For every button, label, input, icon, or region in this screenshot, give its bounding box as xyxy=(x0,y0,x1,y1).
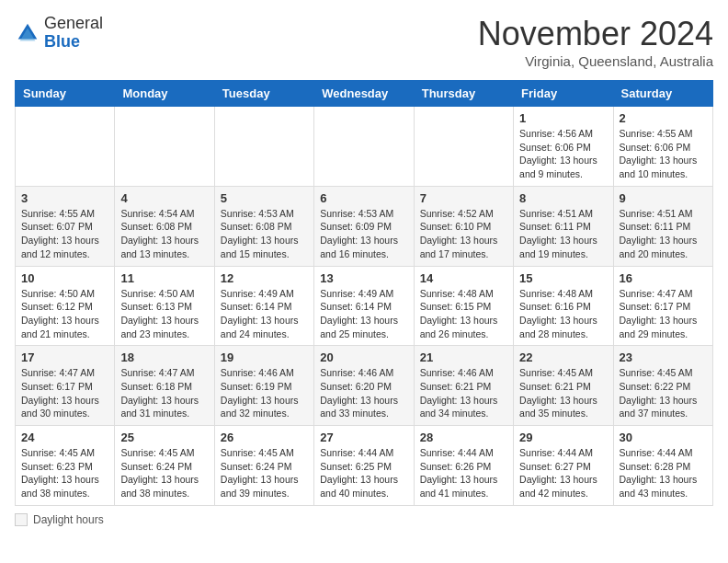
day-number: 28 xyxy=(420,431,507,444)
day-info: Sunrise: 4:44 AM Sunset: 6:25 PM Dayligh… xyxy=(320,446,407,500)
calendar-cell: 29Sunrise: 4:44 AM Sunset: 6:27 PM Dayli… xyxy=(514,426,613,506)
logo-icon xyxy=(15,20,40,46)
calendar-cell: 17Sunrise: 4:47 AM Sunset: 6:17 PM Dayli… xyxy=(16,346,115,426)
calendar-cell: 13Sunrise: 4:49 AM Sunset: 6:14 PM Dayli… xyxy=(314,266,414,346)
calendar-cell xyxy=(214,107,313,187)
calendar-header: Sunday Monday Tuesday Wednesday Thursday… xyxy=(16,81,713,107)
day-info: Sunrise: 4:55 AM Sunset: 6:06 PM Dayligh… xyxy=(620,127,707,181)
day-info: Sunrise: 4:49 AM Sunset: 6:14 PM Dayligh… xyxy=(221,287,308,341)
logo-blue: Blue xyxy=(44,32,80,51)
day-number: 8 xyxy=(519,191,607,205)
day-info: Sunrise: 4:44 AM Sunset: 6:27 PM Dayligh… xyxy=(519,446,607,500)
header-row: Sunday Monday Tuesday Wednesday Thursday… xyxy=(16,81,713,107)
page-header: General Blue November 2024 Virginia, Que… xyxy=(15,15,713,69)
calendar-cell: 4Sunrise: 4:54 AM Sunset: 6:08 PM Daylig… xyxy=(115,186,214,266)
day-number: 10 xyxy=(21,271,108,285)
logo: General Blue xyxy=(15,15,103,52)
day-number: 24 xyxy=(21,431,108,444)
day-number: 26 xyxy=(221,431,308,444)
calendar-cell: 28Sunrise: 4:44 AM Sunset: 6:26 PM Dayli… xyxy=(414,426,513,506)
calendar-cell: 1Sunrise: 4:56 AM Sunset: 6:06 PM Daylig… xyxy=(514,107,613,187)
day-info: Sunrise: 4:56 AM Sunset: 6:06 PM Dayligh… xyxy=(519,127,607,181)
day-info: Sunrise: 4:44 AM Sunset: 6:26 PM Dayligh… xyxy=(420,446,507,500)
calendar-week-0: 1Sunrise: 4:56 AM Sunset: 6:06 PM Daylig… xyxy=(16,107,713,187)
calendar-cell xyxy=(115,107,214,187)
calendar-cell: 20Sunrise: 4:46 AM Sunset: 6:20 PM Dayli… xyxy=(314,346,414,426)
day-number: 27 xyxy=(320,431,407,444)
day-number: 22 xyxy=(519,350,607,364)
calendar-cell xyxy=(16,107,115,187)
col-friday: Friday xyxy=(514,81,613,107)
calendar-cell xyxy=(414,107,513,187)
col-wednesday: Wednesday xyxy=(314,81,414,107)
day-info: Sunrise: 4:50 AM Sunset: 6:13 PM Dayligh… xyxy=(120,287,208,341)
calendar-cell: 24Sunrise: 4:45 AM Sunset: 6:23 PM Dayli… xyxy=(16,426,115,506)
calendar-cell: 30Sunrise: 4:44 AM Sunset: 6:28 PM Dayli… xyxy=(613,426,712,506)
day-info: Sunrise: 4:50 AM Sunset: 6:12 PM Dayligh… xyxy=(21,287,108,341)
calendar-body: 1Sunrise: 4:56 AM Sunset: 6:06 PM Daylig… xyxy=(16,107,713,506)
day-info: Sunrise: 4:47 AM Sunset: 6:17 PM Dayligh… xyxy=(620,287,707,341)
day-info: Sunrise: 4:46 AM Sunset: 6:19 PM Dayligh… xyxy=(221,366,308,420)
calendar-cell: 12Sunrise: 4:49 AM Sunset: 6:14 PM Dayli… xyxy=(214,266,313,346)
calendar-cell: 6Sunrise: 4:53 AM Sunset: 6:09 PM Daylig… xyxy=(314,186,414,266)
day-number: 12 xyxy=(221,271,308,285)
col-saturday: Saturday xyxy=(613,81,712,107)
day-number: 29 xyxy=(519,431,607,444)
day-info: Sunrise: 4:54 AM Sunset: 6:08 PM Dayligh… xyxy=(120,207,208,261)
calendar-table: Sunday Monday Tuesday Wednesday Thursday… xyxy=(15,80,713,506)
calendar-cell: 16Sunrise: 4:47 AM Sunset: 6:17 PM Dayli… xyxy=(613,266,712,346)
calendar-cell: 7Sunrise: 4:52 AM Sunset: 6:10 PM Daylig… xyxy=(414,186,513,266)
calendar-cell: 11Sunrise: 4:50 AM Sunset: 6:13 PM Dayli… xyxy=(115,266,214,346)
day-info: Sunrise: 4:51 AM Sunset: 6:11 PM Dayligh… xyxy=(519,207,607,261)
day-number: 20 xyxy=(320,350,407,364)
day-number: 17 xyxy=(21,350,108,364)
calendar-cell: 8Sunrise: 4:51 AM Sunset: 6:11 PM Daylig… xyxy=(514,186,613,266)
day-info: Sunrise: 4:47 AM Sunset: 6:18 PM Dayligh… xyxy=(120,366,208,420)
day-number: 16 xyxy=(620,271,707,285)
day-number: 11 xyxy=(120,271,208,285)
day-number: 19 xyxy=(221,350,308,364)
legend: Daylight hours xyxy=(15,513,713,526)
calendar-cell: 5Sunrise: 4:53 AM Sunset: 6:08 PM Daylig… xyxy=(214,186,313,266)
day-info: Sunrise: 4:45 AM Sunset: 6:22 PM Dayligh… xyxy=(620,366,707,420)
calendar-cell: 3Sunrise: 4:55 AM Sunset: 6:07 PM Daylig… xyxy=(16,186,115,266)
day-info: Sunrise: 4:45 AM Sunset: 6:21 PM Dayligh… xyxy=(519,366,607,420)
day-info: Sunrise: 4:51 AM Sunset: 6:11 PM Dayligh… xyxy=(620,207,707,261)
day-info: Sunrise: 4:53 AM Sunset: 6:08 PM Dayligh… xyxy=(221,207,308,261)
calendar-cell: 23Sunrise: 4:45 AM Sunset: 6:22 PM Dayli… xyxy=(613,346,712,426)
calendar-cell: 14Sunrise: 4:48 AM Sunset: 6:15 PM Dayli… xyxy=(414,266,513,346)
day-info: Sunrise: 4:55 AM Sunset: 6:07 PM Dayligh… xyxy=(21,207,108,261)
day-number: 14 xyxy=(420,271,507,285)
col-thursday: Thursday xyxy=(414,81,513,107)
calendar-week-1: 3Sunrise: 4:55 AM Sunset: 6:07 PM Daylig… xyxy=(16,186,713,266)
calendar-cell: 19Sunrise: 4:46 AM Sunset: 6:19 PM Dayli… xyxy=(214,346,313,426)
col-sunday: Sunday xyxy=(16,81,115,107)
day-number: 15 xyxy=(519,271,607,285)
day-number: 4 xyxy=(120,191,208,205)
day-number: 30 xyxy=(620,431,707,444)
day-info: Sunrise: 4:48 AM Sunset: 6:15 PM Dayligh… xyxy=(420,287,507,341)
day-number: 21 xyxy=(420,350,507,364)
calendar-cell: 26Sunrise: 4:45 AM Sunset: 6:24 PM Dayli… xyxy=(214,426,313,506)
calendar-cell: 22Sunrise: 4:45 AM Sunset: 6:21 PM Dayli… xyxy=(514,346,613,426)
day-number: 1 xyxy=(519,111,607,125)
day-number: 13 xyxy=(320,271,407,285)
legend-box xyxy=(15,513,28,526)
day-info: Sunrise: 4:46 AM Sunset: 6:21 PM Dayligh… xyxy=(420,366,507,420)
calendar-cell: 15Sunrise: 4:48 AM Sunset: 6:16 PM Dayli… xyxy=(514,266,613,346)
day-number: 25 xyxy=(120,431,208,444)
day-number: 7 xyxy=(420,191,507,205)
day-info: Sunrise: 4:45 AM Sunset: 6:24 PM Dayligh… xyxy=(221,446,308,500)
calendar-cell: 21Sunrise: 4:46 AM Sunset: 6:21 PM Dayli… xyxy=(414,346,513,426)
location-subtitle: Virginia, Queensland, Australia xyxy=(478,53,713,69)
day-info: Sunrise: 4:45 AM Sunset: 6:24 PM Dayligh… xyxy=(120,446,208,500)
calendar-cell: 10Sunrise: 4:50 AM Sunset: 6:12 PM Dayli… xyxy=(16,266,115,346)
calendar-cell: 2Sunrise: 4:55 AM Sunset: 6:06 PM Daylig… xyxy=(613,107,712,187)
calendar-cell: 27Sunrise: 4:44 AM Sunset: 6:25 PM Dayli… xyxy=(314,426,414,506)
day-number: 3 xyxy=(21,191,108,205)
day-info: Sunrise: 4:48 AM Sunset: 6:16 PM Dayligh… xyxy=(519,287,607,341)
calendar-cell: 9Sunrise: 4:51 AM Sunset: 6:11 PM Daylig… xyxy=(613,186,712,266)
day-info: Sunrise: 4:53 AM Sunset: 6:09 PM Dayligh… xyxy=(320,207,407,261)
calendar-week-4: 24Sunrise: 4:45 AM Sunset: 6:23 PM Dayli… xyxy=(16,426,713,506)
day-number: 5 xyxy=(221,191,308,205)
